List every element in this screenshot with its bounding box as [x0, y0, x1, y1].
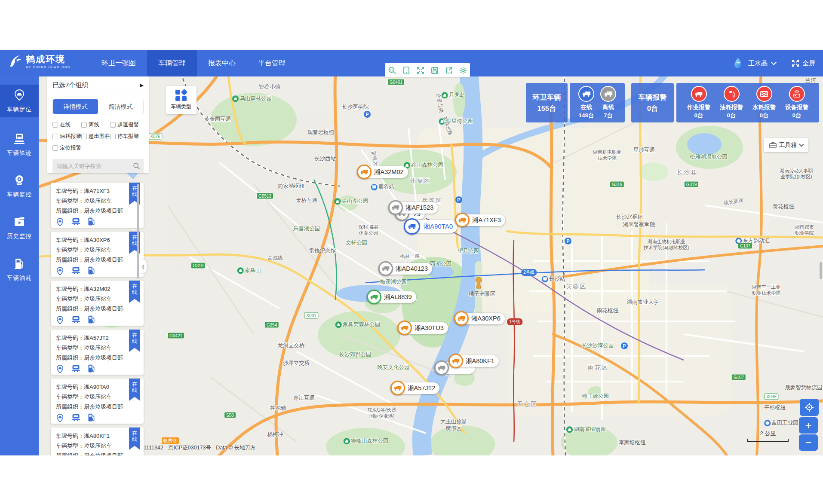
- search-icon[interactable]: [133, 162, 140, 170]
- zoom-out-button[interactable]: −: [799, 434, 818, 451]
- avatar[interactable]: [732, 57, 744, 69]
- search-input[interactable]: [52, 159, 144, 173]
- marker-truck-icon: [367, 290, 381, 304]
- menu-item-1[interactable]: 环卫一张图: [90, 50, 147, 76]
- fuel-vehicle-icon[interactable]: [88, 315, 95, 327]
- filter-checkbox-6[interactable]: 停车报警: [110, 133, 139, 140]
- settings-icon[interactable]: [459, 66, 467, 75]
- filter-checkbox-7[interactable]: 定位报警: [52, 144, 81, 152]
- sidebar-item-5[interactable]: 车辆油耗: [0, 251, 39, 293]
- page-scrollbar[interactable]: [820, 262, 822, 279]
- fullscreen-button[interactable]: 全屏: [791, 59, 815, 67]
- monitor-icon[interactable]: [402, 66, 411, 75]
- locate-vehicle-icon[interactable]: [56, 413, 64, 425]
- track-vehicle-icon[interactable]: [71, 315, 81, 327]
- map-label: 高成线: [268, 255, 283, 261]
- zoom-search-icon[interactable]: Q: [388, 66, 396, 75]
- map-label: 保利·麓谷体育公园: [358, 224, 379, 236]
- map-canvas[interactable]: 智谷小镇▲乌山森林公园黄金园互通长沙医学院▲月亮岛▲银星湾公园观音岩枢纽长沙西站…: [39, 76, 823, 455]
- sidebar-item-3[interactable]: 车辆监控: [0, 168, 39, 210]
- stat-alarm-group: 作业报警0台油耗报警0台水耗报警0台设备报警0台: [676, 83, 819, 122]
- card-type: 车辆类型：垃圾压缩车: [56, 344, 138, 352]
- mode-tabs: 详情模式简洁模式: [52, 99, 144, 114]
- toolbox-icon: [769, 142, 777, 148]
- truck-route-icon: [13, 132, 25, 146]
- filter-label: 离线: [89, 121, 99, 128]
- card-org: 所属组织：厨余垃圾项目部: [56, 403, 138, 411]
- map-label: 莲花镇: [270, 405, 286, 412]
- export-icon[interactable]: [445, 66, 453, 75]
- vehicle-card-3[interactable]: 车牌号码：湘A32M02车辆类型：垃圾压缩车所属组织：厨余垃圾项目部在线: [51, 281, 144, 326]
- map-label: 金桥互通: [296, 197, 317, 204]
- road-shield: G354: [264, 322, 279, 328]
- map-label: 黄花枢纽: [773, 204, 794, 211]
- vehicle-card-list: 车牌号码：湘A71XF3车辆类型：垃圾压缩车所属组织：厨余垃圾项目部在线车牌号码…: [51, 183, 144, 455]
- map-label: 李家塘枢纽: [619, 440, 646, 446]
- map-label: 乐喜湖公园: [293, 226, 320, 232]
- save-icon[interactable]: [430, 66, 439, 75]
- org-selected-label[interactable]: 已选7个组织: [52, 81, 88, 89]
- card-type: 车辆类型：垃圾压缩车: [56, 393, 138, 401]
- track-vehicle-icon[interactable]: [71, 217, 81, 229]
- map-label: 芙蓉区: [566, 283, 587, 290]
- list-scrollbar[interactable]: [137, 184, 139, 278]
- filter-label: 在线: [60, 121, 71, 128]
- map-scale: 2 公里: [747, 430, 789, 442]
- locate-vehicle-icon[interactable]: [56, 315, 64, 327]
- fullscreen-label: 全屏: [802, 59, 815, 67]
- filter-label: 停车报警: [117, 133, 139, 140]
- fuel-vehicle-icon[interactable]: [88, 266, 95, 278]
- map-label: 星沙互通: [633, 147, 655, 154]
- panel-collapse-handle[interactable]: ❮: [140, 260, 147, 273]
- locate-button[interactable]: [800, 399, 819, 416]
- filter-checkbox-2[interactable]: 离线: [81, 121, 99, 128]
- sidebar-item-1[interactable]: 车辆定位: [0, 85, 39, 117]
- fuel-vehicle-icon[interactable]: [88, 217, 95, 229]
- expand-icon[interactable]: [416, 66, 425, 75]
- map-label: 望月公园: [458, 248, 479, 255]
- vehicle-card-6[interactable]: 车牌号码：湘A80KF1车辆类型：垃圾压缩车所属组织：厨余垃圾项目部在线: [51, 428, 144, 455]
- toolbox-button[interactable]: 工具箱: [764, 138, 808, 152]
- vehicle-card-4[interactable]: 车牌号码：湘A57JT2车辆类型：垃圾压缩车所属组织：厨余垃圾项目部在线: [51, 330, 144, 375]
- alarm-label: 水耗报警: [752, 103, 776, 111]
- menu-item-2[interactable]: 车辆管理: [147, 50, 197, 76]
- map-label: ▲索马山: [237, 267, 261, 274]
- fuel-vehicle-icon[interactable]: [88, 413, 95, 425]
- user-name[interactable]: 王水晶: [748, 59, 768, 67]
- parking-icon: P: [455, 196, 462, 203]
- menu-item-4[interactable]: 平台管理: [247, 50, 297, 76]
- vehicle-card-1[interactable]: 车牌号码：湘A71XF3车辆类型：垃圾压缩车所属组织：厨余垃圾项目部在线: [51, 183, 144, 228]
- vehicle-type-button[interactable]: 车辆类型: [166, 86, 197, 114]
- alarm-value: 0台: [694, 111, 703, 119]
- vehicle-card-5[interactable]: 车牌号码：湘A90TA0车辆类型：垃圾压缩车所属组织：厨余垃圾项目部在线: [51, 379, 144, 424]
- zoom-in-button[interactable]: +: [799, 417, 818, 434]
- tab-simple-mode[interactable]: 简洁模式: [98, 99, 143, 114]
- chevron-down-icon[interactable]: [771, 60, 777, 65]
- sidebar-item-2[interactable]: 车辆轨迹: [0, 126, 39, 168]
- brand-subtitle: HE CHENG HUAN JING: [26, 66, 71, 69]
- map-label: 湖南生物机电职业技术学院(马坡岭校区): [644, 239, 689, 251]
- locate-vehicle-icon[interactable]: [56, 217, 64, 229]
- vehicle-filter-panel: 已选7个组织 ▶ 详情模式简洁模式 在线离线超速报警油耗报警超出围栏停车报警定位…: [47, 76, 149, 178]
- tab-detail-mode[interactable]: 详情模式: [53, 99, 98, 114]
- stat-offline: 离线 7台: [600, 86, 616, 119]
- locate-vehicle-icon[interactable]: [56, 266, 64, 278]
- card-org: 所属组织：厨余垃圾项目部: [56, 354, 138, 362]
- track-vehicle-icon[interactable]: [71, 413, 81, 425]
- track-vehicle-icon[interactable]: [71, 364, 81, 376]
- filter-checkbox-1[interactable]: 在线: [52, 121, 71, 128]
- metro-icon: M: [371, 184, 378, 190]
- filter-checkbox-5[interactable]: 超出围栏: [81, 133, 110, 140]
- org-expand-arrow-icon[interactable]: ▶: [140, 82, 144, 88]
- track-vehicle-icon[interactable]: [71, 266, 81, 278]
- park-icon: ▲: [335, 321, 342, 328]
- menu-item-3[interactable]: 报表中心: [197, 50, 247, 76]
- online-truck-icon: [578, 86, 594, 102]
- filter-checkbox-3[interactable]: 超速报警: [110, 121, 139, 128]
- sidebar-item-4[interactable]: 历史监控: [0, 210, 39, 251]
- locate-vehicle-icon[interactable]: [56, 364, 64, 376]
- vehicle-card-2[interactable]: 车牌号码：湘A30XP6车辆类型：垃圾压缩车所属组织：厨余垃圾项目部在线: [51, 232, 144, 277]
- fuel-vehicle-icon[interactable]: [88, 364, 95, 376]
- filter-checkbox-4[interactable]: 油耗报警: [52, 133, 81, 140]
- checkbox-icon: [110, 122, 116, 128]
